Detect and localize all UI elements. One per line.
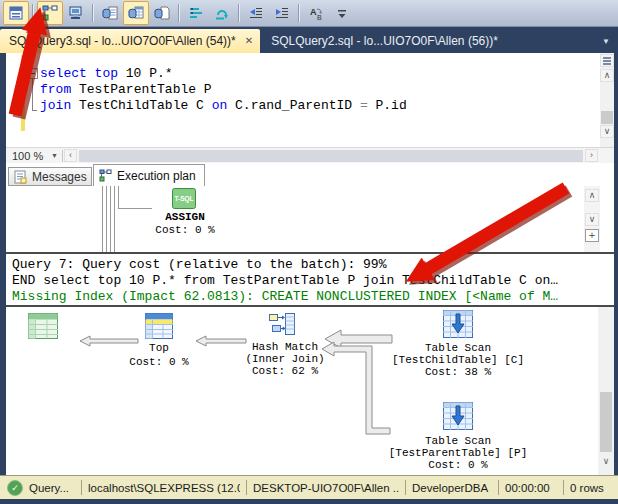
- results-to-file-button[interactable]: [149, 1, 175, 25]
- status-elapsed-time: 00:00:00: [505, 482, 557, 494]
- status-database: DeveloperDBA: [412, 482, 492, 494]
- tab-label: Execution plan: [117, 169, 196, 183]
- editor-vertical-scrollbar[interactable]: ∧ ∨: [600, 53, 614, 147]
- scroll-down-icon[interactable]: ∨: [600, 125, 614, 138]
- scrollbar-thumb[interactable]: [600, 392, 612, 452]
- document-tab-strip: SQLQuery3.sql - lo...UIO7O0F\Allen (54))…: [0, 27, 618, 53]
- query-window: select top 10 P.* from TestParentTable P…: [6, 53, 614, 475]
- show-results-pane-button[interactable]: [3, 1, 29, 25]
- toolbar-separator: [238, 4, 240, 22]
- plan-node-name[interactable]: Hash Match: [245, 341, 325, 353]
- template-parameters-icon: AB: [308, 5, 324, 21]
- tab-label: SQLQuery3.sql - lo...UIO7O0F\Allen (54))…: [9, 34, 236, 48]
- scroll-up-icon[interactable]: ∧: [585, 189, 599, 202]
- increase-indent-button[interactable]: [269, 1, 295, 25]
- sql-editor[interactable]: select top 10 P.* from TestParentTable P…: [6, 53, 614, 147]
- code-fold-toggle[interactable]: [27, 68, 38, 79]
- uncomment-selected-lines-button[interactable]: [209, 1, 235, 25]
- toolbar-separator: [92, 4, 94, 22]
- close-icon[interactable]: ✕: [245, 36, 253, 46]
- ssms-window: AB SQLQuery3.sql - lo...UIO7O0F\Allen (5…: [0, 0, 618, 504]
- code-line: from TestParentTable P: [40, 82, 212, 98]
- results-to-text-button[interactable]: [97, 1, 123, 25]
- tsql-icon[interactable]: T-SQL: [172, 188, 196, 209]
- sql-keyword: on: [212, 98, 228, 113]
- execution-plan-main-pane[interactable]: SELECT Cost: 0 % Top Cost: 0 %: [6, 307, 614, 475]
- scrollbar-thumb[interactable]: [601, 111, 613, 124]
- missing-index-line[interactable]: Missing Index (Impact 62.0813): CREATE N…: [12, 289, 558, 305]
- arrow-parentscan-to-hashmatch: [322, 342, 390, 434]
- outline-guide-end: [32, 110, 37, 111]
- scroll-left-icon[interactable]: ‹: [64, 149, 77, 162]
- plan-node-name[interactable]: Top: [119, 342, 199, 354]
- editor-bottom-bar: 100 % ▼ ‹ ›: [6, 147, 614, 163]
- query-cost-line: Query 7: Query cost (relative to the bat…: [12, 257, 386, 273]
- plan-connector-line: [114, 186, 115, 252]
- document-well-dropdown-icon[interactable]: ▼: [602, 37, 610, 46]
- code-line: join TestChildTable C on C.rand_ParentID…: [40, 98, 407, 114]
- top-icon[interactable]: [145, 313, 173, 339]
- plan-connector-elbow: [118, 208, 152, 209]
- status-separator: [405, 480, 406, 495]
- status-separator: [498, 480, 499, 495]
- plan-top-scrollbar[interactable]: ∧ ∨ +: [584, 186, 600, 252]
- track-changes-bar: [21, 55, 25, 131]
- results-to-text-icon: [102, 5, 118, 21]
- sql-text: C.rand_ParentID: [227, 98, 360, 113]
- plan-connector-line: [102, 186, 103, 252]
- results-to-grid-button[interactable]: [123, 1, 149, 25]
- chevron-down-icon: ▼: [51, 152, 58, 159]
- sql-keyword: from: [40, 82, 71, 97]
- svg-text:T-SQL: T-SQL: [174, 195, 193, 203]
- table-scan-icon[interactable]: [443, 310, 473, 338]
- editor-zoom-dropdown[interactable]: 100 % ▼: [6, 148, 62, 163]
- comment-lines-icon: [188, 5, 204, 21]
- scroll-right-icon[interactable]: ›: [585, 149, 598, 162]
- plan-node-cost: Cost: 62 %: [245, 365, 325, 377]
- hash-match-icon[interactable]: [268, 312, 296, 337]
- status-separator: [246, 480, 247, 495]
- plan-connector-line: [110, 186, 111, 252]
- scroll-down-icon[interactable]: ∨: [585, 213, 599, 226]
- zoom-in-icon[interactable]: +: [585, 229, 599, 242]
- editor-splitter-handle[interactable]: [600, 54, 614, 67]
- decrease-indent-button[interactable]: [243, 1, 269, 25]
- toolbar-overflow-icon: [336, 5, 348, 21]
- increase-indent-icon: [274, 5, 290, 21]
- arrow-childscan-to-hashmatch: [325, 330, 392, 348]
- divider: [62, 150, 63, 162]
- specify-template-parameters-button[interactable]: AB: [303, 1, 329, 25]
- execution-plan-icon: [99, 169, 112, 182]
- tab-sqlquery2[interactable]: SQLQuery2.sql - lo...UIO7O0F\Allen (56))…: [260, 29, 509, 53]
- comment-selected-lines-button[interactable]: [183, 1, 209, 25]
- tab-execution-plan[interactable]: Execution plan: [93, 164, 205, 186]
- sql-text: TestChildTable C: [71, 98, 211, 113]
- tab-messages[interactable]: Messages: [8, 167, 92, 186]
- results-pane-icon: [8, 5, 24, 21]
- execution-plan-top-pane[interactable]: T-SQL ASSIGN Cost: 0 % ∧ ∨ +: [6, 186, 614, 252]
- status-login: DESKTOP-UIO7O0F\Allen ...: [253, 482, 399, 494]
- query-summary-section: Query 7: Query cost (relative to the bat…: [6, 254, 614, 305]
- sql-text: 10 P.*: [118, 66, 173, 81]
- tab-sqlquery3[interactable]: SQLQuery3.sql - lo...UIO7O0F\Allen (54))…: [0, 29, 260, 53]
- outline-guide: [32, 79, 33, 110]
- table-scan-icon[interactable]: [443, 402, 473, 430]
- messages-icon: [14, 170, 27, 184]
- toolbar-options-button[interactable]: [329, 1, 355, 25]
- query-success-icon: ✓: [7, 480, 23, 496]
- status-separator: [81, 480, 82, 495]
- select-result-icon[interactable]: [28, 313, 58, 339]
- plan-node-name[interactable]: Table Scan: [388, 435, 528, 447]
- plan-node-cost: Cost: 0 %: [145, 224, 225, 236]
- plan-node-sub: (Inner Join): [245, 353, 325, 365]
- plan-node-name[interactable]: Table Scan: [388, 342, 528, 354]
- include-actual-execution-plan-button[interactable]: [37, 1, 63, 25]
- status-row-count: 0 rows: [570, 482, 610, 494]
- plan-connector-elbow: [118, 186, 119, 208]
- sql-keyword: join: [40, 98, 71, 113]
- plan-main-scrollbar[interactable]: ∨: [598, 307, 614, 475]
- scroll-down-icon[interactable]: ∨: [599, 454, 613, 468]
- h-scrollbar-thumb[interactable]: [79, 150, 583, 162]
- scroll-up-icon[interactable]: ∧: [600, 69, 614, 82]
- include-client-statistics-button[interactable]: [63, 1, 89, 25]
